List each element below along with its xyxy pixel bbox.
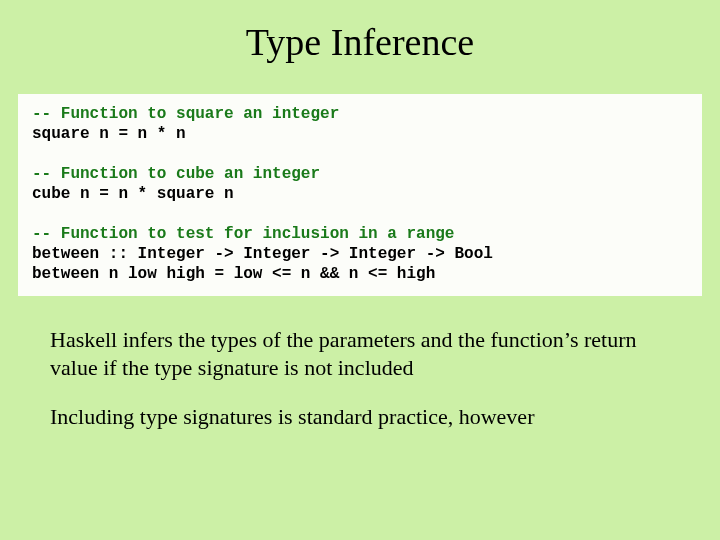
code-line-1: square n = n * n xyxy=(32,125,186,143)
code-comment-2: -- Function to cube an integer xyxy=(32,165,320,183)
code-block: -- Function to square an integer square … xyxy=(18,94,702,296)
code-line-2: cube n = n * square n xyxy=(32,185,234,203)
slide: Type Inference -- Function to square an … xyxy=(0,20,720,540)
code-line-3: between :: Integer -> Integer -> Integer… xyxy=(32,245,493,263)
paragraph-2: Including type signatures is standard pr… xyxy=(50,403,670,431)
body-text: Haskell infers the types of the paramete… xyxy=(50,326,670,431)
code-comment-3: -- Function to test for inclusion in a r… xyxy=(32,225,454,243)
slide-title: Type Inference xyxy=(0,20,720,64)
paragraph-1: Haskell infers the types of the paramete… xyxy=(50,326,670,381)
code-line-4: between n low high = low <= n && n <= hi… xyxy=(32,265,435,283)
code-comment-1: -- Function to square an integer xyxy=(32,105,339,123)
